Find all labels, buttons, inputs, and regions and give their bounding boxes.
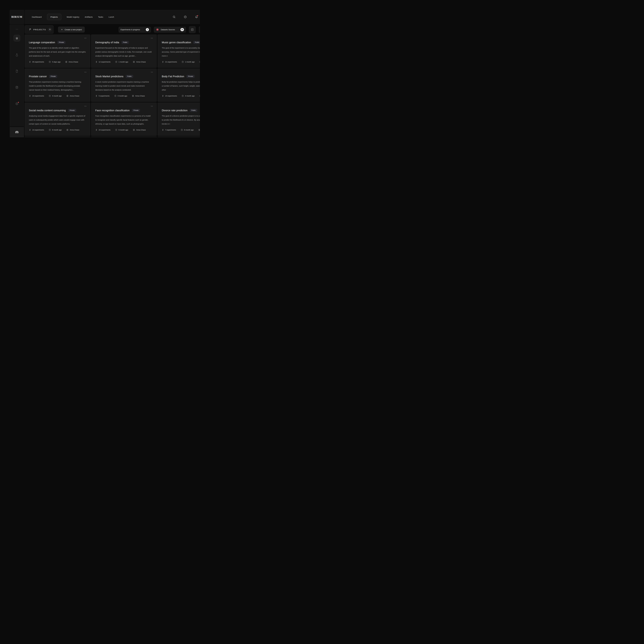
project-card[interactable]: Social media content consuming Private A… — [25, 103, 90, 136]
bolt-icon — [29, 129, 31, 131]
nav-item-tasks[interactable]: Tasks — [98, 16, 103, 18]
bolt-icon — [95, 95, 98, 97]
projects-header: PROJECTS 9 — [25, 25, 54, 34]
updated-meta: 6 month ago — [115, 129, 128, 131]
project-description: Experiment focused on the demography of … — [95, 46, 152, 58]
project-description: Body fat prediction experiments helps to… — [162, 80, 200, 92]
discord-button[interactable] — [15, 130, 19, 134]
toolbar-overflow-tile — [199, 26, 200, 33]
sidebar-item-experiments[interactable] — [15, 53, 19, 57]
experiments-count-text: 23 experiments — [32, 95, 44, 97]
projects-grid: Language comparation Private The goal of… — [25, 35, 200, 137]
author-meta: Anna Chase — [198, 129, 200, 131]
clock-icon — [49, 129, 51, 131]
author-meta: Anna Chase — [65, 61, 78, 63]
project-title: Body Fat Prediction — [162, 75, 184, 78]
board-view-button[interactable] — [189, 26, 196, 33]
author-text: Anna Chase — [136, 129, 146, 131]
card-meta: 10 experiments 4 month ago Anna Chase — [162, 95, 200, 97]
bolt-icon — [29, 95, 31, 97]
datasets-sources-button[interactable]: Datasets Sources 34 — [154, 27, 186, 33]
card-meta: 5 experiments 4 month ago Anna Chase — [95, 95, 152, 97]
author-meta: Anna Chase — [66, 129, 79, 131]
project-card[interactable]: Music genre classification Public The go… — [158, 35, 200, 68]
updated-meta: 4 month ago — [114, 95, 127, 97]
user-icon — [199, 95, 200, 97]
clock-icon — [49, 95, 51, 97]
bolt-icon — [162, 129, 164, 131]
updated-text: 4 month ago — [185, 95, 195, 97]
sidebar-item-packages[interactable] — [15, 102, 19, 105]
brand-logo: BIRIUM — [11, 15, 22, 18]
user-icon — [133, 61, 135, 63]
experiments-count-text: 10 experiments — [165, 95, 177, 97]
alerts-button[interactable] — [182, 14, 188, 20]
card-menu-button[interactable] — [83, 70, 88, 74]
project-description: A stock market prediction experiment req… — [95, 80, 152, 92]
author-text: Anna Chase — [136, 61, 146, 63]
card-menu-button[interactable] — [150, 36, 154, 40]
sidebar-item-datasets[interactable] — [15, 86, 19, 89]
project-card[interactable]: Demography of India Public Experiment fo… — [91, 35, 157, 68]
nav-item-projects[interactable]: Projects — [47, 14, 61, 20]
project-card[interactable]: Language comparation Private The goal of… — [25, 35, 90, 68]
sidebar-menu-dots[interactable] — [15, 28, 19, 31]
package-notification-dot — [18, 102, 19, 103]
card-menu-button[interactable] — [83, 36, 88, 40]
card-header: Music genre classification Public — [162, 35, 200, 44]
project-card[interactable]: Stock Market predictions Public A stock … — [91, 69, 157, 102]
project-title: Stock Market predictions — [95, 75, 123, 78]
create-project-button[interactable]: Create a new project — [58, 27, 85, 33]
search-button[interactable] — [171, 14, 177, 20]
experiments-meta: 24 experiments — [95, 129, 111, 131]
bolt-icon — [162, 61, 164, 63]
author-meta: Anna Chase — [66, 95, 79, 97]
ellipsis-icon — [84, 71, 87, 73]
card-menu-button[interactable] — [150, 104, 154, 108]
projects-title: PROJECTS — [33, 28, 46, 31]
card-meta: 7 experiments 6 month ago Anna Chase — [162, 129, 200, 131]
project-title: Demography of India — [95, 41, 119, 44]
project-card[interactable]: Body Fat Prediction Private Body fat pre… — [158, 69, 200, 102]
project-card-partial — [25, 137, 90, 137]
menu-dots-icon — [15, 28, 19, 31]
visibility-badge: Public — [193, 41, 200, 44]
user-icon — [198, 129, 200, 131]
project-card[interactable]: Divorce rate prediction Public The goal … — [158, 103, 200, 136]
bolt-icon — [162, 95, 164, 97]
nav-item-lunch[interactable]: Lunch — [109, 16, 114, 18]
nav-item-dashboard[interactable]: Dashboard — [32, 16, 42, 18]
experiments-meta: 14 experiments — [29, 129, 44, 131]
card-menu-button[interactable] — [150, 70, 154, 74]
ellipsis-icon — [84, 37, 87, 39]
ellipsis-icon — [84, 105, 87, 107]
experiments-count-text: 24 experiments — [99, 129, 111, 131]
clock-icon — [115, 61, 117, 63]
experiments-meta: 23 experiments — [29, 95, 44, 97]
experiments-meta: 10 experiments — [162, 95, 177, 97]
sidebar-item-files[interactable] — [15, 70, 19, 73]
card-header: Face recognition classification Private — [95, 103, 152, 112]
project-title: Language comparation — [29, 41, 55, 44]
visibility-badge: Public — [190, 109, 197, 112]
toolbar-right: Experiments in progress 2 Datasets Sourc… — [118, 26, 196, 33]
card-menu-button[interactable] — [83, 104, 88, 108]
project-title: Prostate cancer — [29, 75, 47, 78]
experiments-in-progress-button[interactable]: Experiments in progress 2 — [118, 27, 151, 33]
ellipsis-icon — [151, 105, 153, 107]
top-navigation: DashboardProjectsModel registryArttifact… — [25, 10, 200, 24]
document-icon — [15, 70, 19, 73]
experiments-meta: 21 experiments — [162, 61, 177, 63]
alert-circle-icon — [184, 15, 187, 18]
project-card[interactable]: Face recognition classification Private … — [91, 103, 157, 136]
project-card[interactable]: Prostate cancer Private That prediction … — [25, 69, 90, 102]
user-icon — [66, 129, 69, 131]
bolt-icon — [95, 61, 98, 63]
project-title: Face recognition classification — [95, 109, 130, 112]
card-meta: 14 experiments 6 month ago Anna Chase — [29, 129, 86, 131]
nav-item-model-registry[interactable]: Model registry — [67, 16, 79, 18]
nav-item-arttifacts[interactable]: Arttifacts — [85, 16, 93, 18]
notifications-button[interactable] — [194, 14, 199, 20]
sidebar-item-home[interactable] — [14, 35, 20, 41]
card-header: Social media content consuming Private — [29, 103, 86, 112]
